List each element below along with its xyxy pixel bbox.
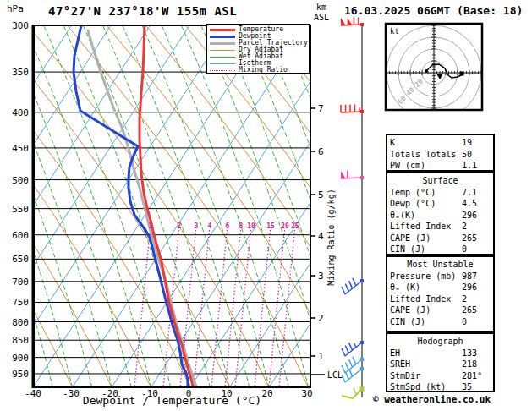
pressure-tick-label: 950: [12, 369, 29, 380]
table-label: CIN (J): [390, 244, 462, 255]
km-tick-label: 4: [318, 231, 324, 242]
mixing-ratio-value-label: 20: [281, 222, 289, 230]
mixing-ratio-value-label: 25: [291, 222, 299, 230]
hodograph-table: HodographEH133SREH218StmDir281°StmSpd (k…: [386, 332, 495, 392]
table-value: 265: [462, 233, 491, 244]
table-label: θₑ(K): [390, 210, 462, 222]
table-row: K19: [390, 137, 491, 149]
table-label: K: [390, 137, 462, 149]
table-value: 281°: [462, 370, 491, 382]
km-tick-label: 2: [318, 313, 324, 324]
table-value: 296: [462, 282, 491, 293]
table-row: Totals Totals50: [390, 149, 491, 161]
pressure-tick-label: 750: [12, 297, 29, 308]
km-tick-label: 1: [318, 351, 324, 362]
pressure-tick-label: 300: [12, 20, 29, 31]
mixing-ratio-line: [279, 230, 295, 387]
pressure-tick-label: 650: [12, 254, 29, 265]
wind-barb: [341, 171, 364, 179]
table-header: Most Unstable: [390, 259, 491, 271]
table-label: SREH: [390, 359, 462, 370]
pressure-tick-label: 600: [12, 230, 29, 241]
table-value: 133: [462, 348, 491, 359]
hodograph-unit-label: kt: [390, 27, 399, 36]
table-value: 1.1: [462, 160, 491, 172]
dewpoint-curve: [74, 25, 188, 386]
table-value: 4.5: [462, 198, 491, 210]
indices-table: K19Totals Totals50PW (cm)1.1: [386, 134, 495, 172]
table-row: θₑ (K)296: [390, 282, 491, 293]
table-row: Lifted Index2: [390, 293, 491, 305]
copyright: © weatheronline.co.uk: [373, 394, 491, 405]
km-tick-label: 6: [318, 146, 324, 157]
isotherm-line: [73, 25, 308, 387]
wind-barb: [342, 387, 365, 399]
isotherm-line: [0, 25, 72, 387]
table-label: CIN (J): [390, 316, 462, 328]
table-value: 218: [462, 359, 491, 370]
pressure-tick-label: 350: [12, 67, 29, 78]
pressure-tick-label: 850: [12, 335, 29, 346]
table-row: θₑ(K)296: [390, 210, 491, 222]
wind-barb: [342, 367, 364, 382]
table-row: StmSpd (kt)35: [390, 381, 491, 393]
table-label: Lifted Index: [390, 293, 462, 305]
legend-sample-line: [210, 42, 235, 45]
table-row: CAPE (J)265: [390, 304, 491, 316]
x-axis-title: Dewpoint / Temperature (°C): [34, 394, 310, 407]
mixing-ratio-value-label: 1: [149, 222, 153, 230]
legend-item: Mixing Ratio: [210, 67, 309, 74]
table-label: Dewp (°C): [390, 198, 462, 210]
mixing-ratio-value-label: 15: [266, 222, 275, 230]
wind-barb: [342, 341, 364, 356]
table-row: CIN (J)0: [390, 244, 491, 255]
mixing-ratio-value-label: 8: [239, 222, 244, 230]
table-value: 2: [462, 221, 491, 233]
km-tick-label: 3: [318, 271, 324, 282]
table-label: Pressure (mb): [390, 271, 462, 282]
mixing-ratio-value-label: 10: [247, 222, 255, 230]
mixing-ratio-axis-title: Mixing Ratio (g/kg): [326, 178, 336, 297]
table-header: Surface: [390, 175, 491, 187]
table-label: CAPE (J): [390, 233, 462, 244]
table-value: 265: [462, 304, 491, 316]
pressure-tick-label: 700: [12, 277, 29, 288]
wet-adiabat-line: [261, 25, 387, 387]
wind-barb-column: [341, 17, 365, 398]
table-value: 296: [462, 210, 491, 222]
mixing-ratio-line: [225, 230, 241, 387]
table-row: PW (cm)1.1: [390, 160, 491, 172]
table-label: PW (cm): [390, 160, 462, 172]
table-row: Temp (°C)7.1: [390, 187, 491, 199]
dry-adiabat-line: [146, 25, 387, 387]
hodograph: 204060kt: [386, 24, 482, 120]
most-unstable-table: Most UnstablePressure (mb)987θₑ (K)296Li…: [386, 255, 495, 332]
table-label: EH: [390, 348, 462, 359]
table-value: 0: [462, 244, 491, 255]
table-row: Pressure (mb)987: [390, 271, 491, 282]
pressure-tick-label: 800: [12, 317, 29, 328]
mixing-ratio-value-label: 6: [226, 222, 230, 230]
table-label: Temp (°C): [390, 187, 462, 199]
km-tick-label: 7: [318, 103, 324, 114]
km-tick-label: 5: [318, 189, 324, 200]
legend-sample-line: [210, 70, 235, 71]
table-label: CAPE (J): [390, 304, 462, 316]
legend: TemperatureDewpointParcel TrajectoryDry …: [206, 24, 310, 74]
table-value: 7.1: [462, 187, 491, 199]
table-label: StmSpd (kt): [390, 381, 462, 393]
table-value: 19: [462, 137, 491, 149]
table-row: EH133: [390, 348, 491, 359]
table-value: 35: [462, 381, 491, 393]
sounding-page: hPa 47°27'N 237°18'W 155m ASL 16.03.2025…: [0, 0, 532, 411]
legend-sample-line: [210, 36, 235, 38]
mixing-ratio-line: [211, 230, 228, 387]
legend-sample-line: [210, 63, 235, 64]
mixing-ratio-value-label: 3: [195, 222, 199, 230]
isotherm-line: [33, 25, 268, 387]
mixing-ratio-value-label: 4: [208, 222, 212, 230]
mixing-ratio-value-label: 2: [178, 222, 182, 230]
table-header: Hodograph: [390, 336, 491, 348]
wind-barb: [342, 278, 364, 294]
pressure-tick-label: 500: [12, 175, 29, 186]
